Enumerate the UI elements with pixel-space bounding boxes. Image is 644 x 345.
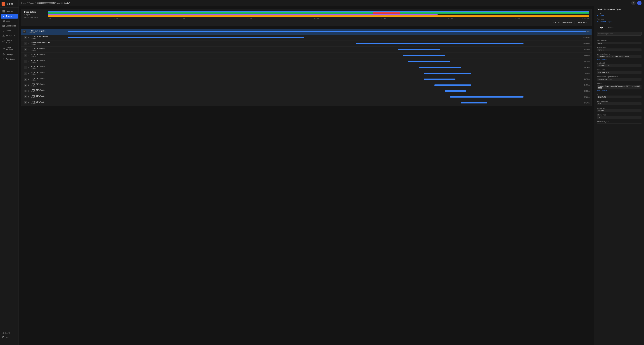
tag-item-host-name: host.name 249f2fee7b1b [594, 68, 644, 75]
sidebar: S SigNoz Services Traces Logs Dashboards… [0, 0, 19, 345]
span-row[interactable]: 3 HTTP GET: /route frontend 65.84 ms [21, 64, 592, 70]
span-expand-button[interactable]: 3 [24, 60, 27, 63]
chevron-right-icon [28, 61, 30, 62]
sidebar-item-logs[interactable]: Logs [0, 19, 18, 23]
view-full-value-link[interactable]: View full value [597, 59, 642, 60]
span-bar [408, 61, 450, 62]
span-service: frontend [31, 50, 44, 51]
span-expand-button[interactable]: 3 [24, 48, 27, 51]
span-expand-button[interactable]: 3 [24, 54, 27, 57]
chevron-right-icon [28, 67, 30, 68]
span-row[interactable]: 3 HTTP GET: /route frontend 43.88 ms [21, 76, 592, 82]
chevron-right-icon [28, 37, 30, 39]
tag-search-input[interactable] [597, 32, 642, 36]
span-expand-button[interactable]: 3 [24, 101, 27, 104]
span-row[interactable]: 16 /driver.DriverService/Find... fronten… [21, 41, 592, 47]
topbar-right: ? H [631, 1, 642, 5]
focus-selected-span-button[interactable]: ⊙ Focus on selected span [551, 21, 575, 24]
sidebar-item-traces[interactable]: Traces [0, 14, 18, 19]
tag-value: frontend [597, 49, 642, 51]
span-expand-button[interactable]: 3 [24, 78, 27, 81]
focus-icon: ⊙ [553, 21, 554, 23]
operation-label: Operation [597, 18, 642, 20]
sidebar-item-label: Services [6, 10, 13, 13]
span-expand-button[interactable]: 3 [24, 90, 27, 92]
view-full-value-link-url[interactable]: View full value [597, 90, 642, 92]
span-expand-button[interactable]: 51 [22, 30, 26, 33]
timeline-bar-3 [48, 14, 438, 15]
nav-menu: Services Traces Logs Dashboards Alerts E… [0, 8, 18, 330]
span-bar [68, 37, 304, 38]
settings-icon [2, 53, 5, 56]
span-bar-col: 59.16 ms [68, 53, 592, 58]
span-expand-button[interactable]: 3 [24, 84, 27, 87]
span-bar [356, 43, 524, 44]
span-service: frontend [31, 67, 44, 69]
span-service: frontend [31, 38, 48, 40]
sidebar-item-service-map[interactable]: Service Map [0, 38, 18, 45]
span-name: HTTP GET: /route [31, 48, 44, 50]
svg-point-17 [4, 42, 5, 42]
span-expand-button[interactable]: 3 [24, 96, 27, 98]
timeline-bar-2 [48, 12, 589, 14]
collapse-sidebar-button[interactable]: < [2, 339, 17, 343]
chevron-right-icon [28, 96, 30, 98]
span-row[interactable]: 3 HTTP GET: /route frontend 37.07 ms [21, 100, 592, 106]
svg-rect-22 [4, 48, 4, 49]
help-button[interactable]: ? [631, 1, 636, 5]
sidebar-item-services[interactable]: Services [0, 9, 18, 14]
span-row[interactable]: 3 HTTP GET: /route frontend 80.25 ms [21, 94, 592, 100]
tab-events[interactable]: Events [606, 26, 616, 30]
span-expand-button[interactable]: 3 [24, 66, 27, 69]
span-row[interactable]: 3 HTTP GET: /route frontend 51.92 ms [21, 82, 592, 88]
span-service: frontend [31, 79, 44, 81]
span-service: frontend [31, 56, 44, 57]
sidebar-item-get-started[interactable]: Get Started [0, 57, 18, 62]
support-link[interactable]: Support [2, 335, 17, 339]
tag-value: 172.18.0.3 [597, 96, 642, 98]
ruler-mark: 400ms [314, 18, 319, 19]
span-label-col: 3 HTTP GET: /route frontend [21, 76, 68, 82]
span-bar [68, 31, 586, 33]
reset-focus-button[interactable]: Reset Focus [576, 21, 589, 24]
span-duration: 65.62 ms [584, 61, 590, 62]
span-service: frontend [31, 91, 44, 93]
sidebar-item-alerts[interactable]: Alerts [0, 28, 18, 33]
span-service: frontend [31, 97, 44, 99]
sidebar-item-dashboards[interactable]: Dashboards [0, 24, 18, 28]
sidebar-item-exceptions[interactable]: Exceptions [0, 33, 18, 38]
breadcrumb-traces[interactable]: Traces [28, 2, 34, 4]
selected-span-title: Details for selected Span [597, 8, 642, 11]
span-row[interactable]: 3 HTTP GET: /route frontend 25.60 ms [21, 88, 592, 94]
span-row[interactable]: 3 HTTP GET: /route frontend 70.29 ms [21, 70, 592, 76]
breadcrumb-sep-2: / [35, 2, 36, 4]
tag-item-client-uuid: client-uuid 242e4d1714d2e127 [594, 61, 644, 68]
focus-controls: ⊙ Focus on selected span Reset Focus [48, 21, 589, 24]
span-bar-col: 70.29 ms [68, 70, 592, 76]
span-service: frontend [31, 85, 44, 87]
span-expand-button[interactable]: 3 [24, 72, 27, 75]
tab-tags[interactable]: Tags [597, 26, 606, 30]
span-row[interactable]: 4 HTTP GET: /customer frontend 314.11 ms [21, 35, 592, 41]
span-label-col: 16 /driver.DriverService/Find... fronten… [21, 41, 68, 47]
ruler-mark: 600ms [448, 18, 453, 19]
span-row[interactable]: 3 HTTP GET: /route frontend 65.62 ms [21, 59, 592, 64]
span-expand-button[interactable]: 16 [24, 42, 27, 45]
svg-rect-8 [3, 25, 4, 27]
service-value: frontend [597, 15, 642, 17]
breadcrumb-home[interactable]: Home [21, 2, 26, 4]
user-avatar[interactable]: H [637, 1, 642, 5]
span-bar-col: 43.88 ms [68, 76, 592, 82]
span-bar-col: 65.84 ms [68, 64, 592, 70]
ruler-mark: 700ms [515, 18, 520, 19]
span-row[interactable]: 51 HTTP GET /dispatch frontend 767.84 ms [21, 29, 592, 35]
sidebar-item-usage-explorer[interactable]: Usage Explorer [0, 45, 18, 52]
timeline-bars [48, 11, 589, 17]
span-row[interactable]: 3 HTTP GET: /route frontend 59.16 ms [21, 53, 592, 59]
ruler-mark: 200ms [180, 18, 185, 19]
span-expand-button[interactable]: 4 [24, 36, 27, 39]
span-row[interactable]: 3 HTTP GET: /route frontend 58.96 ms [21, 47, 592, 53]
collapse-icon: < [9, 340, 10, 342]
app-logo[interactable]: S SigNoz [0, 0, 18, 8]
sidebar-item-settings[interactable]: Settings [0, 52, 18, 57]
